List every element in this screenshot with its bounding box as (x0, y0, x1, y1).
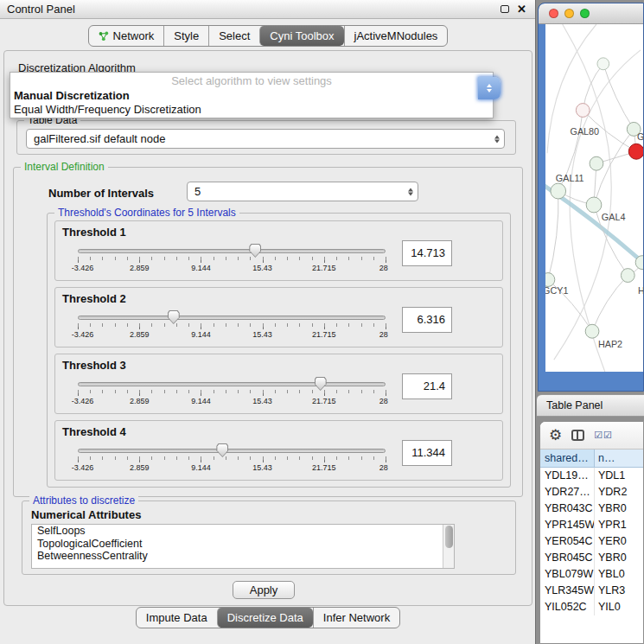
cell-shared-name[interactable]: YBR043C (540, 501, 595, 517)
control-panel-window: Control Panel ✕ NetworkStyleSelectCyni T… (0, 0, 536, 644)
cell-shared-name[interactable]: YDR27… (540, 484, 595, 501)
table-row[interactable]: YER054CYER0 (540, 533, 643, 550)
column-checkboxes-icon[interactable]: ☑☑ (594, 430, 613, 440)
scale-tick-label: 21.715 (312, 264, 336, 272)
number-of-intervals-combo[interactable]: 5 (187, 182, 418, 201)
close-icon[interactable]: ✕ (517, 3, 526, 15)
cell-name[interactable]: YDL1 (595, 468, 643, 484)
network-node[interactable] (597, 58, 609, 70)
columns-icon[interactable] (571, 430, 584, 441)
cell-shared-name[interactable]: YER054C (540, 533, 595, 550)
table-row[interactable]: YBL079WYBL0 (540, 566, 643, 583)
table-row[interactable]: YBR045CYBR0 (540, 550, 643, 566)
network-graph[interactable]: GAL80GAL11GAL4GCY1HAP2GALH (545, 24, 643, 372)
network-icon (99, 31, 109, 41)
tab-style[interactable]: Style (163, 26, 208, 46)
slider-minor-ticks (78, 456, 387, 460)
cell-shared-name[interactable]: YDL19… (540, 468, 595, 484)
network-node[interactable] (576, 104, 590, 118)
network-canvas[interactable]: GAL80GAL11GAL4GCY1HAP2GALH (545, 24, 643, 372)
cell-name[interactable]: YDR2 (595, 484, 643, 501)
tab-label: Cyni Toolbox (270, 29, 334, 42)
thresholds-group: Threshold's Coordinates for 5 Intervals … (47, 213, 511, 488)
slider-thumb-icon[interactable] (216, 443, 228, 457)
table-body: YDL19…YDL1YDR27…YDR2YBR043CYBR0YPR145WYP… (540, 468, 643, 615)
cell-shared-name[interactable]: YBL079W (540, 566, 595, 583)
slider-thumb-icon[interactable] (249, 244, 261, 258)
numerical-attributes-list[interactable]: SelfLoopsTopologicalCoefficientBetweenne… (31, 524, 455, 569)
apply-button[interactable]: Apply (233, 581, 295, 599)
settings-gear-icon[interactable]: ⚙ (549, 428, 562, 443)
threshold-label: Threshold 4 (62, 425, 126, 438)
cell-name[interactable]: YPR1 (595, 517, 643, 533)
tab-label: Network (113, 29, 155, 42)
threshold-slider[interactable] (78, 382, 386, 386)
table-row[interactable]: YLR345WYLR3 (540, 583, 643, 599)
table-row[interactable]: YDL19…YDL1 (540, 468, 643, 484)
tab-select[interactable]: Select (208, 26, 259, 46)
combo-stepper-icon (494, 135, 500, 143)
cell-shared-name[interactable]: YPR145W (540, 517, 595, 533)
table-row[interactable]: YPR145WYPR1 (540, 517, 643, 533)
table-row[interactable]: YIL052CYIL0 (540, 599, 643, 615)
tab-infer-network[interactable]: Infer Network (313, 608, 399, 628)
cell-name[interactable]: YIL0 (595, 599, 643, 615)
threshold-slider[interactable] (78, 449, 386, 453)
network-node[interactable] (545, 273, 555, 287)
attribute-list-item[interactable]: BetweennessCentrality (32, 550, 454, 563)
slider-thumb-icon[interactable] (315, 377, 327, 391)
cell-shared-name[interactable]: YBR045C (540, 550, 595, 566)
network-node[interactable] (586, 197, 602, 213)
tab-discretize-data[interactable]: Discretize Data (217, 608, 313, 628)
scale-tick-label: 21.715 (312, 397, 336, 405)
attribute-list-item[interactable]: TopologicalCoefficient (32, 538, 454, 551)
cell-name[interactable]: YER0 (595, 533, 643, 550)
cell-name[interactable]: YLR3 (595, 583, 643, 599)
float-window-icon[interactable] (501, 5, 509, 13)
algorithm-combo-stepper[interactable] (478, 77, 501, 99)
network-node[interactable] (551, 183, 566, 199)
cyni-toolbox-content: Discretization Algorithm Select algorith… (3, 50, 532, 606)
network-node[interactable] (628, 143, 643, 159)
network-node[interactable] (621, 269, 634, 283)
combo-stepper-icon (408, 188, 413, 195)
threshold-slider[interactable] (78, 316, 386, 320)
threshold-value-box[interactable]: 14.713 (402, 240, 452, 266)
threshold-value-box[interactable]: 11.344 (402, 440, 452, 466)
threshold-slider[interactable] (78, 249, 386, 253)
attributes-scrollbar[interactable] (443, 525, 454, 568)
cell-shared-name[interactable]: YIL052C (540, 599, 595, 615)
tab-jactivemnodules[interactable]: jActiveMNodules (344, 26, 448, 46)
cell-shared-name[interactable]: YLR345W (540, 583, 595, 599)
slider-thumb-icon[interactable] (168, 310, 180, 324)
network-node[interactable] (590, 156, 603, 170)
threshold-value-box[interactable]: 21.4 (402, 373, 452, 399)
tab-network[interactable]: Network (89, 26, 164, 46)
algorithm-option[interactable]: Manual Discretization (10, 89, 493, 103)
column-header-name[interactable]: n… (595, 450, 643, 468)
network-node-label: H (638, 285, 643, 296)
interval-definition-group: Interval Definition Number of Intervals … (13, 167, 523, 497)
table-data-combo[interactable]: galFiltered.sif default node (26, 129, 505, 149)
threshold-value-box[interactable]: 6.316 (402, 307, 452, 333)
table-row[interactable]: YDR27…YDR2 (540, 484, 643, 501)
table-row[interactable]: YBR043CYBR0 (540, 501, 643, 517)
minimize-traffic-light-icon[interactable] (564, 9, 574, 18)
column-header-shared-name[interactable]: shared… (540, 450, 595, 468)
cell-name[interactable]: YBR0 (595, 550, 643, 566)
threshold-block: Threshold 2 -3.4262.8599.14415.4321.7152… (54, 287, 503, 348)
tab-cyni-toolbox[interactable]: Cyni Toolbox (259, 26, 343, 46)
cell-name[interactable]: YBR0 (595, 501, 643, 517)
attribute-list-item[interactable]: SelfLoops (32, 525, 454, 538)
scale-tick-label: -3.426 (72, 463, 94, 472)
close-traffic-light-icon[interactable] (549, 9, 558, 18)
network-node[interactable] (585, 324, 599, 338)
algorithm-option[interactable]: Equal Width/Frequency Discretization (10, 103, 493, 117)
scrollbar-thumb[interactable] (445, 526, 453, 548)
cell-name[interactable]: YBL0 (595, 566, 643, 583)
zoom-traffic-light-icon[interactable] (580, 9, 590, 18)
table-toolbar: ⚙ ☑☑ (540, 422, 643, 450)
slider-minor-ticks (78, 257, 387, 260)
number-of-intervals-label: Number of Intervals (48, 187, 154, 200)
tab-impute-data[interactable]: Impute Data (137, 608, 217, 628)
